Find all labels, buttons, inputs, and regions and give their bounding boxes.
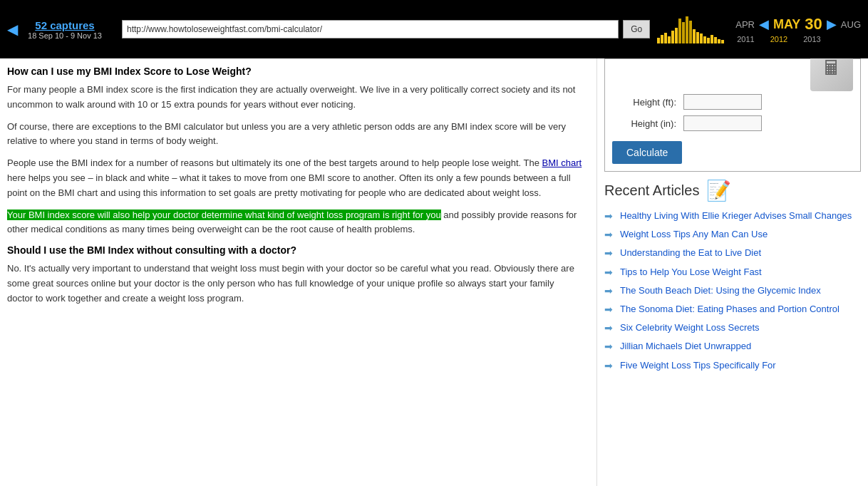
height-ft-row: Height (ft): [612, 94, 853, 110]
article-link-item[interactable]: ➡Understanding the Eat to Live Diet [604, 247, 861, 259]
month-aug[interactable]: AUG [841, 19, 861, 30]
month-apr[interactable]: APR [735, 19, 755, 30]
right-sidebar: 🖩 Height (ft): Height (in): Calculate Re… [597, 58, 868, 486]
next-month-arrow[interactable]: ▶ [827, 16, 837, 32]
arrow-icon: ➡ [604, 247, 616, 259]
arrow-icon: ➡ [604, 267, 616, 278]
year-2011: 2011 [737, 35, 754, 43]
captures-count[interactable]: 52 captures [35, 19, 94, 31]
article-link-text[interactable]: The Sonoma Diet: Eating Phases and Porti… [620, 303, 839, 316]
arrow-icon: ➡ [604, 360, 616, 371]
arrow-icon: ➡ [604, 341, 616, 352]
note-icon: 📝 [706, 179, 731, 202]
para-exceptions: Of course, there are exceptions to the B… [7, 120, 582, 150]
bar [714, 37, 717, 43]
calculate-button[interactable]: Calculate [612, 141, 682, 164]
recent-articles-header: Recent Articles 📝 [604, 179, 861, 202]
bmi-calculator-box: 🖩 Height (ft): Height (in): Calculate [604, 58, 861, 172]
bar [700, 33, 703, 43]
bar [671, 31, 674, 43]
article-link-item[interactable]: ➡Healthy Living With Ellie Krieger Advis… [604, 210, 861, 222]
bar [721, 40, 724, 43]
bar [661, 35, 663, 43]
bar [707, 38, 710, 43]
highlight-doctor: Your BMI index score will also help your… [7, 210, 441, 220]
article-link-text[interactable]: Understanding the Eat to Live Diet [620, 247, 761, 259]
bar [682, 22, 685, 43]
calendar-bar-graph [657, 15, 728, 43]
article-link-text[interactable]: Tips to Help You Lose Weight Fast [620, 266, 762, 279]
para-doctor: Your BMI index score will also help your… [7, 208, 582, 238]
article-link-text[interactable]: Weight Loss Tips Any Man Can Use [620, 228, 768, 241]
height-ft-input[interactable] [683, 94, 762, 110]
article-link-text[interactable]: Healthy Living With Ellie Krieger Advise… [620, 210, 852, 222]
article-link-item[interactable]: ➡The South Beach Diet: Using the Glycemi… [604, 284, 861, 297]
month-nav-container: APR ◀ MAY 30 ▶ AUG 2011 2012 2013 [735, 15, 861, 43]
bar [668, 36, 671, 43]
bar [686, 16, 688, 43]
bar [693, 29, 696, 43]
article-link-text[interactable]: The South Beach Diet: Using the Glycemic… [620, 284, 821, 297]
month-may-active[interactable]: MAY [773, 17, 800, 32]
bar [657, 38, 660, 43]
article-link-text[interactable]: Five Weight Loss Tips Specifically For [620, 359, 776, 372]
article-link-item[interactable]: ➡Six Celebrity Weight Loss Secrets [604, 321, 861, 334]
height-in-row: Height (in): [612, 115, 853, 131]
bmi-chart-link[interactable]: BMI chart [542, 157, 582, 168]
arrow-icon: ➡ [604, 322, 616, 334]
captures-section: 52 captures 18 Sep 10 - 9 Nov 13 [22, 19, 108, 40]
articles-list: ➡Healthy Living With Ellie Krieger Advis… [604, 210, 861, 372]
article-link-item[interactable]: ➡Tips to Help You Lose Weight Fast [604, 266, 861, 279]
height-in-input[interactable] [683, 115, 762, 131]
prev-arrow[interactable]: ◀ [7, 21, 18, 38]
arrow-icon: ➡ [604, 285, 616, 296]
arrow-icon: ➡ [604, 229, 616, 240]
article-link-text[interactable]: Jillian Michaels Diet Unwrapped [620, 340, 751, 353]
captures-date: 18 Sep 10 - 9 Nov 13 [28, 31, 102, 40]
bar [703, 36, 706, 43]
recent-articles-title: Recent Articles [604, 182, 699, 199]
article-link-text[interactable]: Six Celebrity Weight Loss Secrets [620, 321, 760, 334]
bar [718, 39, 720, 43]
para-consult: No. It's actually very important to unde… [7, 262, 582, 306]
left-panel: How can I use my BMI Index Score to Lose… [0, 58, 597, 486]
wayback-bar: ◀ 52 captures 18 Sep 10 - 9 Nov 13 Go AP… [0, 0, 868, 58]
article-link-item[interactable]: ➡Weight Loss Tips Any Man Can Use [604, 228, 861, 241]
bar [689, 21, 692, 43]
recent-articles-section: Recent Articles 📝 ➡Healthy Living With E… [597, 179, 868, 372]
url-bar-container: Go [122, 20, 650, 38]
year-2012: 2012 [770, 35, 787, 43]
arrow-icon: ➡ [604, 304, 616, 315]
arrow-icon: ➡ [604, 210, 616, 222]
article-link-item[interactable]: ➡Jillian Michaels Diet Unwrapped [604, 340, 861, 353]
month-row: APR ◀ MAY 30 ▶ AUG [735, 15, 861, 33]
article-link-item[interactable]: ➡Five Weight Loss Tips Specifically For [604, 359, 861, 372]
height-ft-label: Height (ft): [612, 97, 676, 108]
para-bmi-end: here helps you see – in black and white … [7, 172, 571, 198]
bar [675, 28, 678, 43]
prev-month-arrow[interactable]: ◀ [759, 16, 769, 32]
height-in-label: Height (in): [612, 118, 676, 129]
bar [664, 33, 667, 43]
heading-bmi-use: How can I use my BMI Index Score to Lose… [7, 66, 582, 77]
year-row: 2011 2012 2013 [735, 35, 861, 43]
para-bmi-index: People use the BMI index for a number of… [7, 156, 582, 200]
bar [711, 35, 713, 43]
year-2013: 2013 [803, 35, 820, 43]
heading-consult-doctor: Should I use the BMI Index without consu… [7, 244, 582, 256]
bar-active [678, 19, 681, 43]
day-number: 30 [805, 15, 822, 33]
para-bmi-start: People use the BMI index for a number of… [7, 157, 542, 168]
go-button[interactable]: Go [623, 20, 650, 38]
para-overweight: For many people a BMI index score is the… [7, 83, 582, 113]
article-link-item[interactable]: ➡The Sonoma Diet: Eating Phases and Port… [604, 303, 861, 316]
main-layout: How can I use my BMI Index Score to Lose… [0, 58, 868, 486]
bar [696, 32, 699, 43]
calculator-icon: 🖩 [810, 58, 853, 91]
url-input[interactable] [122, 20, 619, 38]
